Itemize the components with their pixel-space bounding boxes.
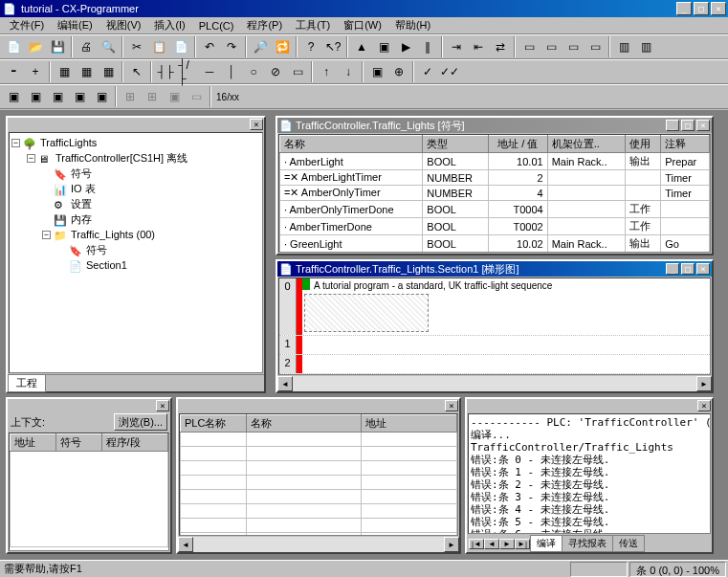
run-button[interactable]: ▶	[395, 36, 416, 57]
menu-file[interactable]: 文件(F)	[4, 17, 50, 33]
scroll-left-button[interactable]: ◄	[178, 537, 193, 552]
instruction-button[interactable]: ▭	[287, 61, 308, 82]
tree-program[interactable]: −📁Traffic_Lights (00)	[11, 227, 260, 242]
rising-edge-button[interactable]: ↑	[316, 61, 337, 82]
cut-button[interactable]: ✂	[126, 36, 147, 57]
scroll-left-button[interactable]: ◄	[277, 376, 293, 391]
preview-button[interactable]: 🔍	[98, 36, 119, 57]
undo-button[interactable]: ↶	[199, 36, 220, 57]
paste-button[interactable]: 📄	[170, 36, 191, 57]
maximize-button[interactable]: □	[681, 263, 695, 275]
pane-close-button[interactable]: ×	[697, 400, 711, 411]
tree-prog-symbols[interactable]: 🔖符号	[11, 242, 260, 257]
output-tab-transfer[interactable]: 传送	[612, 535, 645, 552]
menu-plc[interactable]: PLC(C)	[193, 19, 240, 33]
minimize-button[interactable]: _	[666, 263, 679, 275]
project-tree[interactable]: −🌳TrafficLights −🖥TrafficController[CS1H…	[9, 132, 263, 373]
menu-view[interactable]: 视图(V)	[100, 17, 147, 33]
col-addr[interactable]: 地址	[11, 434, 56, 452]
tree-symbols[interactable]: 🔖符号	[11, 166, 260, 181]
open-button[interactable]: 📂	[25, 36, 46, 57]
connect-button[interactable]: ⊕	[388, 61, 409, 82]
ladder-hscroll[interactable]: ◄ ►	[277, 376, 712, 391]
vline-button[interactable]: │	[221, 61, 242, 82]
select-button[interactable]: ↖	[126, 61, 147, 82]
project-tab[interactable]: 工程	[8, 375, 46, 392]
col-rack[interactable]: 机架位置..	[547, 136, 625, 153]
table-row[interactable]	[181, 504, 457, 519]
tab-scroll-last[interactable]: ►|	[515, 539, 530, 549]
pane-close-button[interactable]: ×	[445, 400, 458, 411]
view-b-button[interactable]: ▣	[25, 86, 46, 107]
menu-program[interactable]: 程序(P)	[241, 17, 288, 33]
diagram1-button[interactable]: ⊞	[120, 86, 141, 107]
close-button[interactable]: ×	[696, 263, 710, 275]
symbol-titlebar[interactable]: 📄 TrafficController.Traffic_Lights [符号] …	[277, 118, 712, 133]
view1-button[interactable]: ▥	[613, 36, 634, 57]
symbol-table[interactable]: 名称 类型 地址 / 值 机架位置.. 使用 注释 · AmberLightBO…	[279, 135, 710, 253]
whatsthis-button[interactable]: ↖?	[322, 36, 343, 57]
watch-hscroll[interactable]: ◄ ►	[178, 537, 459, 552]
view-e-button[interactable]: ▣	[91, 86, 112, 107]
table-row[interactable]	[181, 519, 457, 533]
find-button[interactable]: 🔎	[250, 36, 271, 57]
grid3-button[interactable]: ▦	[98, 61, 119, 82]
transfer-from-button[interactable]: ⇤	[468, 36, 489, 57]
tree-io[interactable]: 📊IO 表	[11, 181, 260, 196]
maximize-button[interactable]: □	[681, 120, 695, 131]
tab-scroll-first[interactable]: |◄	[469, 539, 484, 549]
minimize-button[interactable]: _	[676, 2, 692, 15]
table-row[interactable]: · AmberLightBOOL10.01Main Rack..输出Prepar	[280, 153, 710, 170]
transfer-to-button[interactable]: ⇥	[446, 36, 467, 57]
col-addr[interactable]: 地址 / 值	[488, 136, 547, 153]
print-button[interactable]: 🖨	[76, 36, 97, 57]
zoom-out-button[interactable]: ᠆	[3, 61, 24, 82]
contact-nc-button[interactable]: ┤/├	[177, 61, 198, 82]
col-name[interactable]: 名称	[247, 415, 362, 433]
zoom-in-button[interactable]: +	[25, 61, 46, 82]
table-row[interactable]: =✕ AmberLightTimerNUMBER2Timer	[280, 170, 710, 186]
menu-tools[interactable]: 工具(T)	[290, 17, 336, 33]
col-use[interactable]: 使用	[625, 136, 660, 153]
monitor-button[interactable]: ▣	[373, 36, 394, 57]
compile-button[interactable]: ✓	[417, 61, 438, 82]
redo-button[interactable]: ↷	[221, 36, 242, 57]
table-row[interactable]: =✕ AmberOnlyTimerNUMBER4Timer	[280, 186, 710, 201]
table-row[interactable]	[181, 490, 457, 504]
coil-neg-button[interactable]: ⊘	[265, 61, 286, 82]
table-row[interactable]	[181, 476, 457, 490]
output-text[interactable]: ----------- PLC: 'TrafficController' (PL…	[469, 414, 710, 534]
view-a-button[interactable]: ▣	[3, 86, 24, 107]
ladder-titlebar[interactable]: 📄 TrafficController.Traffic_Lights.Secti…	[277, 261, 712, 277]
falling-edge-button[interactable]: ↓	[338, 61, 359, 82]
view2-button[interactable]: ▥	[635, 36, 656, 57]
replace-button[interactable]: 🔁	[272, 36, 293, 57]
ladder-editor[interactable]: 0 A tutorial program - a standard, UK tr…	[278, 277, 711, 375]
compare-button[interactable]: ⇄	[490, 36, 511, 57]
rack1-button[interactable]: ▭	[518, 36, 540, 57]
output-tab-find[interactable]: 寻找报表	[562, 535, 613, 552]
coil-button[interactable]: ○	[243, 61, 264, 82]
rack3-button[interactable]: ▭	[563, 36, 584, 57]
new-button[interactable]: 📄	[3, 36, 24, 57]
diagram4-button[interactable]: ▭	[186, 86, 207, 107]
menu-edit[interactable]: 编辑(E)	[52, 17, 99, 33]
browse-button[interactable]: 浏览(B)...	[114, 413, 167, 431]
context-grid[interactable]: 地址 符号 程序/段	[10, 433, 168, 547]
watch-grid[interactable]: PLC名称 名称 地址	[180, 414, 457, 536]
menu-window[interactable]: 窗口(W)	[338, 17, 387, 33]
expand-icon[interactable]: −	[11, 139, 20, 147]
zoom-label[interactable]: 16/xx	[214, 86, 241, 107]
table-row[interactable]: · AmberOnlyTimerDoneBOOLT0004工作	[280, 201, 710, 218]
table-row[interactable]	[181, 433, 457, 447]
help-button[interactable]: ?	[300, 36, 321, 57]
tree-settings[interactable]: ⚙设置	[11, 196, 260, 211]
col-symbol[interactable]: 符号	[55, 434, 101, 452]
col-comment[interactable]: 注释	[661, 136, 710, 153]
grid1-button[interactable]: ▦	[54, 61, 75, 82]
table-row[interactable]: · GreenLightBOOL10.02Main Rack..输出Go	[280, 235, 710, 253]
rack2-button[interactable]: ▭	[540, 36, 562, 57]
tree-plc[interactable]: −🖥TrafficController[CS1H] 离线	[11, 150, 260, 166]
menu-help[interactable]: 帮助(H)	[389, 17, 436, 33]
tab-scroll-right[interactable]: ►	[499, 539, 515, 549]
